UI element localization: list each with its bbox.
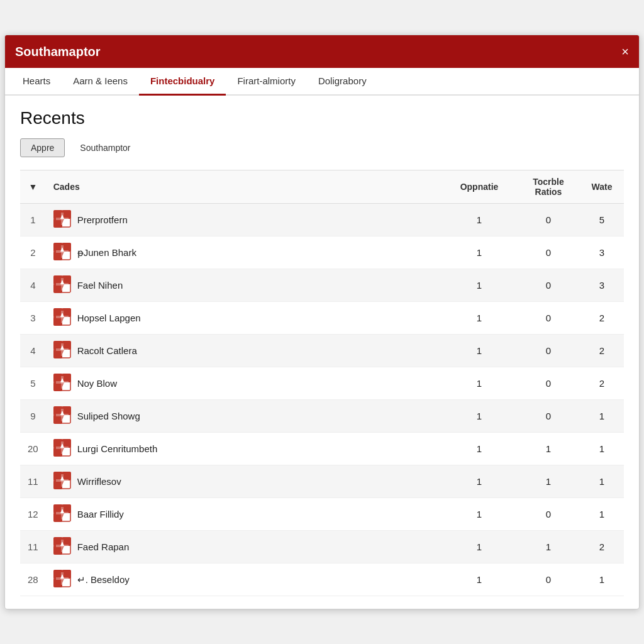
filter-southamptor[interactable]: Southamptor — [70, 138, 140, 157]
tab-doligrabory[interactable]: Doligrabory — [307, 68, 378, 96]
oppnatie-value: 1 — [441, 335, 517, 367]
wate-value: 3 — [580, 236, 624, 269]
table-row: 5 Noy Blow 1 0 2 — [20, 367, 624, 400]
team-crest-icon — [53, 275, 71, 295]
oppnatie-value: 1 — [441, 465, 517, 498]
svg-rect-79 — [56, 447, 69, 449]
wate-value: 1 — [580, 498, 624, 531]
tocrble-value: 0 — [517, 498, 580, 531]
table-row: 11 Wirriflesov 1 1 1 — [20, 465, 624, 498]
team-crest-icon — [53, 308, 71, 328]
content-area: Recents Appre Southamptor ▼ Cades Oppnat… — [5, 96, 639, 609]
tocrble-value: 1 — [517, 531, 580, 564]
row-number: 1 — [20, 204, 46, 236]
player-name: Wirriflesov — [77, 476, 121, 487]
tocrble-value: 0 — [517, 367, 580, 400]
svg-rect-119 — [56, 577, 69, 580]
close-button[interactable]: × — [621, 45, 629, 58]
wate-value: 2 — [580, 531, 624, 564]
oppnatie-value: 1 — [441, 433, 517, 465]
row-number: 4 — [20, 269, 46, 302]
tocrble-value: 0 — [517, 335, 580, 367]
team-crest-icon — [53, 243, 71, 262]
oppnatie-value: 1 — [441, 204, 517, 236]
players-table: ▼ Cades Oppnatie Tocrble Ratios Wate 1 — [20, 170, 624, 596]
col-cades: Cades — [46, 170, 441, 204]
player-name: Faed Rapan — [77, 541, 130, 552]
team-crest-icon — [53, 374, 71, 393]
filter-bar: Appre Southamptor — [20, 138, 624, 157]
svg-rect-69 — [56, 414, 69, 416]
row-number: 28 — [20, 564, 46, 596]
wate-value: 2 — [580, 367, 624, 400]
player-name: ᵽJunen Bhark — [77, 247, 136, 258]
svg-rect-39 — [56, 316, 69, 318]
player-name-cell: Prerprotfern — [46, 204, 441, 236]
tab-hearts[interactable]: Hearts — [11, 68, 62, 96]
oppnatie-value: 1 — [441, 400, 517, 433]
player-name-cell: Wirriflesov — [46, 465, 441, 498]
player-name: ↵. Beseldoy — [77, 574, 130, 586]
tab-aarn[interactable]: Aarn & Ieens — [62, 68, 139, 96]
player-name: Prerprotfern — [77, 214, 128, 225]
section-title: Recents — [20, 108, 624, 128]
wate-value: 2 — [580, 335, 624, 367]
player-name: Fael Nihen — [77, 280, 123, 291]
col-oppnatie: Oppnatie — [441, 170, 517, 204]
tab-firart[interactable]: Firart-almiorty — [226, 68, 307, 96]
tocrble-value: 0 — [517, 564, 580, 596]
wate-value: 1 — [580, 564, 624, 596]
table-row: 9 Suliped Showg 1 0 1 — [20, 400, 624, 433]
player-name: Suliped Showg — [77, 411, 140, 421]
team-crest-icon — [53, 210, 71, 230]
team-crest-icon — [53, 341, 71, 360]
table-row: 2 ᵽJunen Bhark 1 0 3 — [20, 236, 624, 269]
oppnatie-value: 1 — [441, 498, 517, 531]
tocrble-value: 1 — [517, 433, 580, 465]
row-number: 20 — [20, 433, 46, 465]
filter-appre[interactable]: Appre — [20, 138, 65, 157]
tab-fintecbidualry[interactable]: Fintecbidualry — [139, 68, 226, 96]
svg-rect-59 — [56, 381, 69, 384]
oppnatie-value: 1 — [441, 236, 517, 269]
svg-rect-32 — [62, 308, 71, 317]
svg-rect-109 — [56, 545, 69, 547]
table-row: 12 Baar Fillidy 1 0 1 — [20, 498, 624, 531]
team-crest-icon — [53, 439, 71, 458]
col-wate: Wate — [580, 170, 624, 204]
row-number: 2 — [20, 236, 46, 269]
team-crest-icon — [53, 537, 71, 557]
oppnatie-value: 1 — [441, 302, 517, 335]
player-name-cell: ↵. Beseldoy — [46, 564, 441, 596]
row-number: 11 — [20, 531, 46, 564]
col-tocrble: Tocrble Ratios — [517, 170, 580, 204]
team-crest-icon — [53, 570, 71, 589]
player-name: Noy Blow — [77, 378, 117, 389]
svg-rect-89 — [56, 479, 69, 482]
row-number: 9 — [20, 400, 46, 433]
player-name: Racolt Catlera — [77, 345, 137, 356]
team-crest-icon — [53, 472, 71, 491]
svg-rect-19 — [56, 250, 69, 253]
tocrble-value: 0 — [517, 236, 580, 269]
row-number: 12 — [20, 498, 46, 531]
table-row: 3 Hopsel Lapgen 1 0 2 — [20, 302, 624, 335]
team-crest-icon — [53, 406, 71, 426]
svg-rect-2 — [62, 210, 71, 219]
table-header-row: ▼ Cades Oppnatie Tocrble Ratios Wate — [20, 170, 624, 204]
table-row: 4 Fael Nihen 1 0 3 — [20, 269, 624, 302]
svg-rect-22 — [62, 275, 71, 284]
oppnatie-value: 1 — [441, 531, 517, 564]
table-row: 4 Racolt Catlera 1 0 2 — [20, 335, 624, 367]
player-name-cell: Racolt Catlera — [46, 335, 441, 367]
svg-rect-99 — [56, 512, 69, 514]
col-sort[interactable]: ▼ — [20, 170, 46, 204]
row-number: 5 — [20, 367, 46, 400]
tocrble-value: 0 — [517, 302, 580, 335]
player-name-cell: ᵽJunen Bhark — [46, 236, 441, 269]
wate-value: 5 — [580, 204, 624, 236]
wate-value: 2 — [580, 302, 624, 335]
player-name-cell: Fael Nihen — [46, 269, 441, 302]
wate-value: 3 — [580, 269, 624, 302]
svg-rect-29 — [56, 283, 69, 286]
